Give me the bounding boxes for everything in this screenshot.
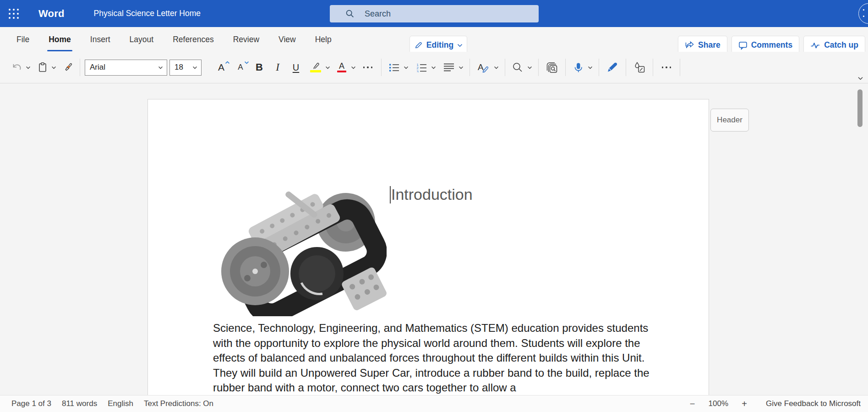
- chevron-down-icon: [192, 66, 197, 69]
- tab-help[interactable]: Help: [309, 27, 338, 52]
- font-size-select[interactable]: 18: [169, 60, 202, 76]
- document-heading[interactable]: Introduction: [390, 186, 473, 203]
- font-name-select[interactable]: Arial: [85, 60, 167, 76]
- highlight-button[interactable]: [308, 57, 323, 77]
- bullets-icon: [388, 62, 399, 72]
- scrollbar-thumb[interactable]: [857, 89, 863, 127]
- tab-home[interactable]: Home: [42, 27, 77, 52]
- word-count[interactable]: 811 words: [62, 399, 97, 408]
- document-image-robot-car[interactable]: [216, 186, 387, 316]
- document-title[interactable]: Physical Science Letter Home: [94, 9, 201, 18]
- dictate-button[interactable]: [570, 57, 586, 77]
- chevron-down-icon: [459, 66, 464, 69]
- font-color-dropdown[interactable]: [349, 57, 357, 77]
- zoom-level[interactable]: 100%: [709, 399, 728, 408]
- numbering-button[interactable]: 1 2 3: [414, 57, 429, 77]
- styles-button[interactable]: A: [475, 57, 492, 77]
- vertical-scrollbar[interactable]: [857, 83, 863, 395]
- format-painter-button[interactable]: [61, 57, 75, 77]
- toolbar-divider: [538, 59, 539, 76]
- document-canvas: Introduction Science, Technology, Engine…: [0, 83, 868, 395]
- header-button[interactable]: Header: [710, 109, 749, 132]
- share-icon: [685, 41, 694, 49]
- undo-button[interactable]: [10, 57, 24, 77]
- app-top-bar: Word Physical Science Letter Home Search: [0, 0, 868, 27]
- font-size-value: 18: [175, 63, 183, 72]
- paste-dropdown[interactable]: [49, 57, 58, 77]
- undo-dropdown[interactable]: [24, 57, 32, 77]
- search-input[interactable]: Search: [330, 5, 539, 22]
- dictate-dropdown[interactable]: [586, 57, 594, 77]
- collapse-ribbon-button[interactable]: [857, 77, 863, 80]
- more-icon: [363, 66, 373, 68]
- status-right: − 100% + Give Feedback to Microsoft: [687, 399, 861, 409]
- alignment-button[interactable]: [441, 57, 457, 77]
- grow-font-button[interactable]: A: [212, 57, 231, 77]
- comments-label: Comments: [751, 40, 792, 50]
- font-color-bar: [337, 71, 346, 73]
- immersive-reader-icon: [546, 61, 558, 73]
- chevron-down-icon: [457, 44, 463, 47]
- styles-dropdown[interactable]: [492, 57, 500, 77]
- toolbar-divider: [653, 59, 653, 76]
- highlight-dropdown[interactable]: [323, 57, 332, 77]
- chevron-down-icon: [857, 77, 863, 80]
- zoom-in-button[interactable]: +: [738, 399, 750, 409]
- numbering-icon: 1 2 3: [416, 62, 427, 72]
- toolbar-divider: [599, 59, 599, 76]
- app-launcher-icon: [9, 9, 19, 19]
- bullets-dropdown[interactable]: [402, 57, 410, 77]
- editor-button[interactable]: [604, 57, 621, 77]
- toolbar-divider: [381, 59, 382, 76]
- language-indicator[interactable]: English: [108, 399, 133, 408]
- tab-references[interactable]: References: [166, 27, 220, 52]
- chevron-down-icon: [404, 66, 409, 69]
- tab-layout[interactable]: Layout: [123, 27, 160, 52]
- comments-icon: [738, 41, 748, 50]
- bullets-button[interactable]: [386, 57, 402, 77]
- underline-icon: U: [293, 62, 299, 73]
- underline-button[interactable]: U: [287, 57, 305, 77]
- paste-button[interactable]: [36, 57, 49, 77]
- feedback-link[interactable]: Give Feedback to Microsoft: [766, 399, 861, 408]
- numbering-dropdown[interactable]: [429, 57, 437, 77]
- more-font-options-button[interactable]: [359, 57, 377, 77]
- styles-icon: A: [477, 62, 490, 73]
- home-ribbon-toolbar: Arial 18 A A B I U A: [0, 52, 868, 83]
- shrink-font-button[interactable]: A: [231, 57, 250, 77]
- find-button[interactable]: [510, 57, 525, 77]
- tab-insert[interactable]: Insert: [84, 27, 117, 52]
- ink-to-text-button[interactable]: [631, 57, 648, 77]
- alignment-dropdown[interactable]: [457, 57, 465, 77]
- editor-icon: [606, 62, 619, 73]
- italic-button[interactable]: I: [268, 57, 287, 77]
- zoom-out-button[interactable]: −: [687, 399, 699, 409]
- app-launcher-button[interactable]: [0, 0, 27, 27]
- pencil-icon: [414, 41, 423, 49]
- italic-icon: I: [276, 61, 279, 73]
- dictate-icon: [573, 62, 584, 73]
- highlight-icon: [311, 62, 321, 69]
- chevron-down-icon: [351, 66, 356, 69]
- align-icon: [443, 63, 454, 72]
- text-predictions-toggle[interactable]: Text Predictions: On: [144, 399, 213, 408]
- text-cursor: [390, 186, 391, 203]
- toolbar-divider: [565, 59, 566, 76]
- more-commands-button[interactable]: [658, 57, 675, 77]
- tab-view[interactable]: View: [272, 27, 302, 52]
- more-icon: [662, 66, 671, 68]
- page-indicator[interactable]: Page 1 of 3: [11, 399, 51, 408]
- svg-text:A: A: [478, 62, 484, 72]
- document-page[interactable]: Introduction Science, Technology, Engine…: [147, 99, 709, 395]
- highlight-color-bar: [310, 70, 321, 72]
- tab-review[interactable]: Review: [227, 27, 266, 52]
- find-dropdown[interactable]: [525, 57, 534, 77]
- bold-icon: B: [256, 61, 263, 73]
- immersive-reader-button[interactable]: [543, 57, 561, 77]
- font-color-button[interactable]: A: [334, 57, 349, 77]
- account-avatar-spinner[interactable]: [858, 3, 868, 24]
- status-bar: Page 1 of 3 811 words English Text Predi…: [0, 395, 868, 412]
- document-body-paragraph[interactable]: Science, Technology, Engineering, and Ma…: [213, 321, 656, 395]
- bold-button[interactable]: B: [250, 57, 268, 77]
- tab-file[interactable]: File: [10, 27, 36, 52]
